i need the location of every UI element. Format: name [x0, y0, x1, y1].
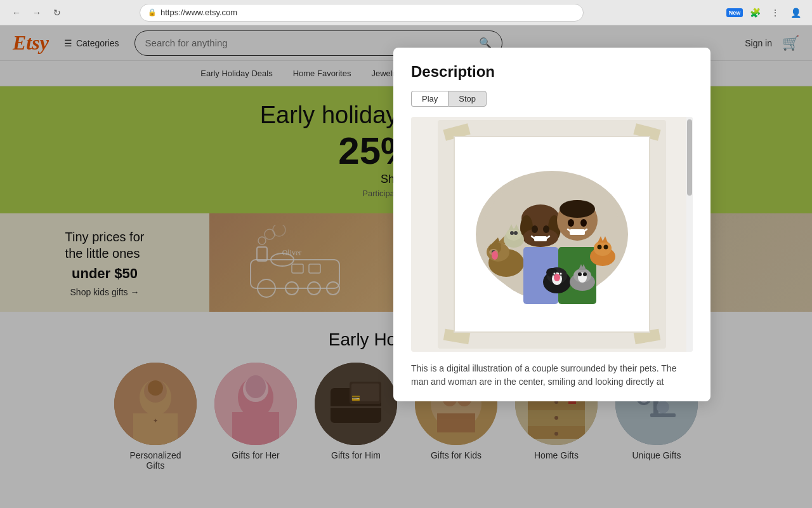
- new-badge: New: [726, 8, 743, 17]
- svg-point-84: [514, 231, 518, 235]
- modal-scrollbar[interactable]: [686, 117, 693, 352]
- svg-point-83: [510, 231, 514, 235]
- couple-portrait-svg: [463, 145, 641, 323]
- svg-point-105: [578, 272, 582, 276]
- svg-point-76: [568, 219, 574, 227]
- forward-button[interactable]: →: [28, 4, 46, 22]
- lock-icon: 🔒: [148, 8, 157, 17]
- modal-title: Description: [411, 63, 693, 81]
- profile-icon[interactable]: 👤: [787, 4, 804, 22]
- portrait-inner: [454, 136, 650, 333]
- menu-icon[interactable]: ⋮: [766, 4, 784, 22]
- extensions-button[interactable]: New: [726, 4, 743, 22]
- svg-point-70: [532, 225, 538, 233]
- scrollbar-thumb: [687, 119, 692, 196]
- browser-nav-buttons: ← → ↻: [8, 4, 66, 22]
- address-bar[interactable]: 🔒 https://www.etsy.com: [140, 4, 584, 22]
- svg-point-97: [554, 273, 556, 275]
- svg-point-75: [560, 200, 595, 218]
- browser-actions: New 🧩 ⋮ 👤: [726, 4, 804, 22]
- svg-rect-78: [570, 229, 585, 235]
- svg-point-89: [598, 245, 602, 250]
- back-button[interactable]: ←: [8, 4, 25, 22]
- browser-chrome: ← → ↻ 🔒 https://www.etsy.com New 🧩 ⋮ 👤: [0, 0, 812, 25]
- svg-point-63: [492, 251, 498, 260]
- puzzle-icon[interactable]: 🧩: [746, 4, 764, 22]
- modal-description: This is a digital illustration of a coup…: [411, 362, 693, 389]
- reload-button[interactable]: ↻: [48, 4, 66, 22]
- portrait-bg: [438, 120, 666, 349]
- url-text: https://www.etsy.com: [160, 8, 237, 17]
- svg-rect-72: [534, 236, 547, 241]
- stop-button[interactable]: Stop: [448, 91, 487, 107]
- page-content: Etsy ☰ Categories 🔍 Sign in 🛒 Early Holi…: [0, 25, 812, 508]
- svg-point-90: [604, 245, 608, 250]
- svg-point-106: [583, 272, 587, 276]
- svg-point-77: [580, 219, 587, 227]
- svg-point-71: [543, 225, 549, 233]
- modal-controls: Play Stop: [411, 91, 693, 107]
- modal-image-container: [411, 117, 693, 352]
- svg-point-99: [554, 274, 560, 281]
- svg-point-98: [560, 273, 562, 275]
- description-modal: Description Play Stop: [393, 48, 710, 401]
- play-button[interactable]: Play: [411, 91, 448, 107]
- svg-point-86: [594, 241, 612, 256]
